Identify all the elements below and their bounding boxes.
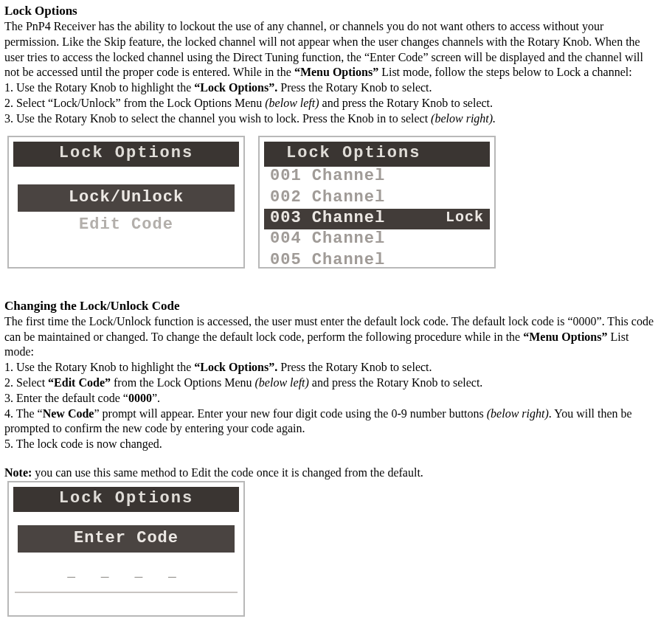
text-italic: (below left) [255, 376, 309, 389]
text-bold: “Menu Options” [294, 66, 378, 78]
heading-changing-code: Changing the Lock/Unlock Code [4, 298, 654, 314]
lcd-title: Lock Options [13, 142, 239, 167]
text: 3. Use the Rotary Knob to select the cha… [4, 112, 431, 125]
lcd-channel-row: 005 Channel [264, 251, 490, 271]
text-italic: (below right). [431, 112, 496, 125]
lcd-title: Lock Options [264, 142, 490, 167]
lcd-body: Enter Code _ _ _ _ [13, 512, 239, 614]
para-lock-options-intro: The PnP4 Receiver has the ability to loc… [4, 19, 654, 80]
lcd-bottom-divider [15, 592, 238, 612]
step-1b: 1. Use the Rotary Knob to highlight the … [4, 360, 654, 375]
text: ” prompt will appear. Enter your new fou… [94, 407, 486, 420]
text: ”. [152, 392, 160, 404]
lcd-body: 001 Channel 002 Channel 003 ChannelLock … [264, 167, 490, 271]
text: 2. Select “Lock/Unlock” from the Lock Op… [4, 97, 265, 109]
step-2: 2. Select “Lock/Unlock” from the Lock Op… [4, 96, 654, 111]
text: 003 Channel [270, 209, 385, 228]
note-text: you can use this same method to Edit the… [32, 466, 423, 479]
text: 3. Enter the default code “ [4, 392, 128, 404]
note-label: Note: [4, 466, 32, 479]
heading-lock-options: Lock Options [4, 3, 654, 19]
step-5b: 5. The lock code is now changed. [4, 437, 654, 452]
text: 4. The “ [4, 407, 43, 420]
lcd-body: Lock/Unlock Edit Code [13, 167, 239, 238]
para-changing-code-intro: The first time the Lock/Unlock function … [4, 314, 654, 360]
text: 005 Channel [270, 251, 385, 270]
text: 1. Use the Rotary Knob to highlight the [4, 81, 194, 94]
text: 1. Use the Rotary Knob to highlight the [4, 361, 194, 373]
lcd-screen-lock-options-menu: Lock Options Lock/Unlock Edit Code [7, 136, 245, 269]
text: List mode, follow the steps below to Loc… [378, 66, 631, 78]
text-bold: “Lock Options”. [194, 81, 277, 94]
lcd-code-digits: _ _ _ _ [13, 557, 239, 587]
lcd-row-2: Lock Options Enter Code _ _ _ _ [7, 481, 654, 617]
lcd-channel-row: 002 Channel [264, 188, 490, 209]
text: 2. Select [4, 376, 48, 389]
step-4b: 4. The “New Code” prompt will appear. En… [4, 406, 654, 437]
step-2b: 2. Select “Edit Code” from the Lock Opti… [4, 375, 654, 391]
lcd-enter-code-label: Enter Code [18, 525, 235, 553]
text-bold: “Edit Code” [48, 376, 111, 389]
text: and press the Rotary Knob to select. [309, 376, 483, 389]
lcd-channel-row-selected: 003 ChannelLock [264, 209, 490, 229]
lcd-screen-channel-list: Lock Options 001 Channel 002 Channel 003… [258, 136, 496, 269]
text: 002 Channel [270, 188, 385, 207]
step-3: 3. Use the Rotary Knob to select the cha… [4, 111, 654, 127]
lcd-title: Lock Options [13, 487, 239, 513]
step-1: 1. Use the Rotary Knob to highlight the … [4, 80, 654, 96]
text-bold: 0000 [128, 392, 152, 404]
text: 004 Channel [270, 229, 385, 249]
lock-tag: Lock [446, 209, 484, 228]
text-italic: (below right) [487, 407, 549, 420]
text: Press the Rotary Knob to select. [277, 361, 432, 373]
step-3b: 3. Enter the default code “0000”. [4, 391, 654, 406]
text-bold: New Code [43, 407, 94, 420]
lcd-item-edit-code: Edit Code [13, 212, 239, 239]
text: from the Lock Options Menu [111, 376, 255, 389]
lcd-channel-row: 004 Channel [264, 229, 490, 250]
lcd-channel-row: 001 Channel [264, 167, 490, 187]
text-bold: “Menu Options” [523, 330, 607, 343]
text: 001 Channel [270, 167, 385, 186]
text: and press the Rotary Knob to select. [319, 97, 494, 109]
lcd-row-1: Lock Options Lock/Unlock Edit Code Lock … [7, 136, 654, 269]
text-bold: “Lock Options”. [194, 361, 277, 373]
note: Note: you can use this same method to Ed… [4, 465, 654, 481]
lcd-screen-enter-code: Lock Options Enter Code _ _ _ _ [7, 481, 245, 617]
text-italic: (below left) [265, 97, 319, 109]
lcd-item-lock-unlock: Lock/Unlock [18, 184, 235, 212]
text: Press the Rotary Knob to select. [277, 81, 432, 94]
